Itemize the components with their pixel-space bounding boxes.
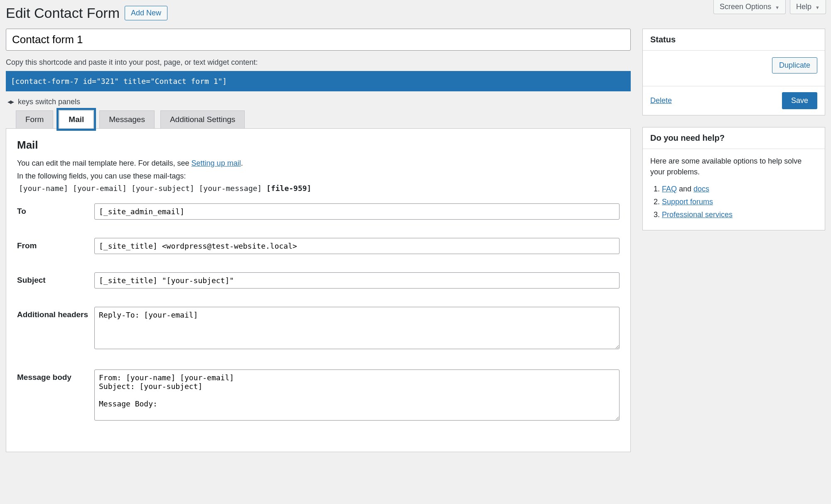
input-to[interactable] — [94, 203, 620, 220]
label-from: From — [17, 238, 94, 250]
setting-up-mail-link[interactable]: Setting up mail — [192, 159, 241, 167]
mail-heading: Mail — [17, 139, 620, 152]
mail-desc-pre: You can edit the mail template here. For… — [17, 159, 192, 167]
input-message-body[interactable] — [94, 369, 620, 421]
label-additional-headers: Additional headers — [17, 307, 94, 319]
duplicate-button[interactable]: Duplicate — [772, 57, 817, 73]
mail-tags-instruction: In the following fields, you can use the… — [17, 171, 620, 181]
keys-hint: ◂▸ keys switch panels — [7, 97, 631, 106]
delete-link[interactable]: Delete — [650, 96, 672, 105]
input-subject[interactable] — [94, 272, 620, 289]
help-item-faq: FAQ and docs — [662, 185, 817, 193]
add-new-button[interactable]: Add New — [125, 6, 167, 20]
mail-description: You can edit the mail template here. For… — [17, 158, 620, 169]
status-box: Status Duplicate Delete Save — [642, 29, 825, 115]
help-box: Do you need help? Here are some availabl… — [642, 127, 825, 230]
professional-services-link[interactable]: Professional services — [662, 210, 733, 219]
screen-options-button[interactable]: Screen Options ▼ — [713, 0, 786, 14]
chevron-down-icon: ▼ — [775, 5, 779, 10]
support-forums-link[interactable]: Support forums — [662, 198, 713, 206]
page-title: Edit Contact Form — [6, 5, 120, 21]
label-to: To — [17, 203, 94, 216]
screen-options-label: Screen Options — [720, 2, 771, 11]
docs-link[interactable]: docs — [693, 185, 709, 193]
shortcode-instruction: Copy this shortcode and paste it into yo… — [6, 58, 631, 67]
keys-hint-text: keys switch panels — [18, 98, 80, 106]
help-and-text: and — [677, 185, 693, 193]
shortcode-box[interactable]: [contact-form-7 id="321" title="Contact … — [6, 71, 631, 91]
help-button[interactable]: Help ▼ — [790, 0, 826, 14]
mail-panel: Mail You can edit the mail template here… — [6, 128, 631, 452]
arrow-left-right-icon: ◂▸ — [7, 98, 13, 106]
input-from[interactable] — [94, 238, 620, 254]
faq-link[interactable]: FAQ — [662, 185, 677, 193]
tab-messages[interactable]: Messages — [99, 110, 155, 128]
mail-tags-bold: [file-959] — [266, 184, 311, 193]
chevron-down-icon: ▼ — [815, 5, 820, 10]
label-message-body: Message body — [17, 369, 94, 382]
help-item-forums: Support forums — [662, 198, 817, 206]
label-subject: Subject — [17, 272, 94, 285]
help-item-pro: Professional services — [662, 210, 817, 219]
status-heading: Status — [643, 29, 825, 51]
tab-mail[interactable]: Mail — [59, 110, 93, 128]
help-heading: Do you need help? — [643, 127, 825, 149]
tab-additional-settings[interactable]: Additional Settings — [160, 110, 245, 128]
save-button[interactable]: Save — [782, 92, 817, 109]
tab-form[interactable]: Form — [16, 110, 53, 128]
help-label: Help — [796, 2, 811, 11]
input-additional-headers[interactable] — [94, 307, 620, 349]
form-title-input[interactable] — [6, 29, 631, 51]
mail-desc-post: . — [241, 159, 243, 167]
mail-tags-plain: [your-name] [your-email] [your-subject] … — [19, 184, 262, 193]
help-intro: Here are some available options to help … — [650, 156, 817, 177]
mail-tags-list: [your-name] [your-email] [your-subject] … — [19, 184, 620, 193]
